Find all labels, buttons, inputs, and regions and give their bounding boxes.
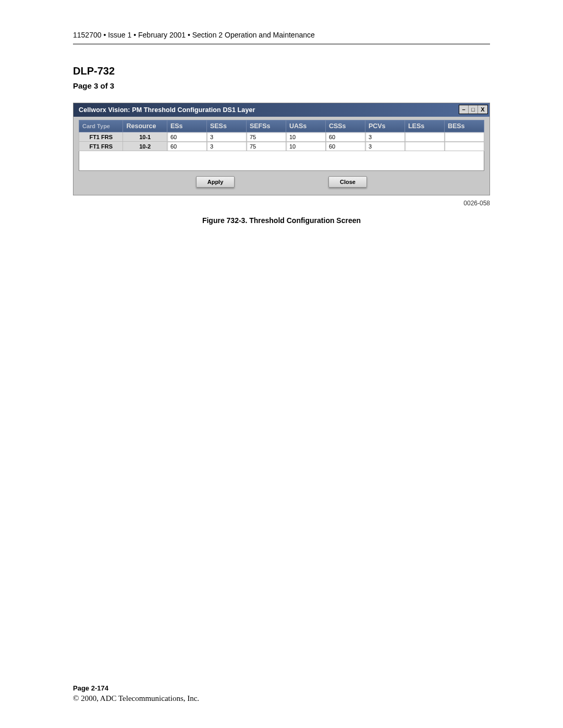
col-csss: CSSs [325, 120, 365, 132]
page-number: Page 2-174 [73, 684, 199, 692]
col-less: LESs [405, 120, 444, 132]
col-uass: UASs [286, 120, 325, 132]
app-window: Cellworx Vision: PM Threshold Configurat… [73, 103, 490, 195]
cell-bess[interactable] [444, 142, 484, 151]
figure-reference: 0026-058 [0, 195, 563, 207]
page-footer: Page 2-174 © 2000, ADC Telecommunication… [73, 684, 199, 703]
cell-less[interactable] [405, 142, 444, 151]
cell-sefss[interactable]: 75 [246, 132, 286, 142]
cell-csss[interactable]: 60 [325, 132, 365, 142]
col-sefss: SEFSs [246, 120, 286, 132]
table-header-row: Card Type Resource ESs SESs SEFSs UASs C… [79, 120, 484, 132]
minimize-button[interactable]: – [459, 105, 469, 114]
col-card-type: Card Type [79, 120, 123, 132]
cell-sess[interactable]: 3 [206, 132, 246, 142]
col-resource: Resource [123, 120, 167, 132]
col-pcvs: PCVs [365, 120, 405, 132]
threshold-table: Card Type Resource ESs SESs SEFSs UASs C… [79, 120, 484, 151]
close-button[interactable]: Close [328, 176, 367, 188]
header-text: 1152700 • Issue 1 • February 2001 • Sect… [73, 31, 315, 39]
cell-bess[interactable] [444, 132, 484, 142]
apply-button[interactable]: Apply [196, 176, 235, 188]
button-row: Apply Close [79, 171, 484, 188]
page-indicator: Page 3 of 3 [73, 81, 490, 90]
window-titlebar: Cellworx Vision: PM Threshold Configurat… [74, 103, 489, 117]
col-bess: BESs [444, 120, 484, 132]
window-controls: – □ X [459, 105, 488, 114]
table-empty-area [79, 151, 484, 171]
cell-pcvs[interactable]: 3 [365, 132, 405, 142]
close-window-button[interactable]: X [478, 105, 487, 114]
window-body: Card Type Resource ESs SESs SEFSs UASs C… [74, 117, 489, 195]
col-ess: ESs [167, 120, 206, 132]
window-title: Cellworx Vision: PM Threshold Configurat… [79, 106, 255, 114]
cell-uass[interactable]: 10 [286, 142, 325, 151]
cell-sess[interactable]: 3 [206, 142, 246, 151]
cell-card-type: FT1 FRS [79, 142, 123, 151]
cell-less[interactable] [405, 132, 444, 142]
cell-resource: 10-1 [123, 132, 167, 142]
cell-csss[interactable]: 60 [325, 142, 365, 151]
copyright-text: © 2000, ADC Telecommunications, Inc. [73, 694, 199, 703]
cell-sefss[interactable]: 75 [246, 142, 286, 151]
cell-card-type: FT1 FRS [79, 132, 123, 142]
cell-pcvs[interactable]: 3 [365, 142, 405, 151]
cell-ess[interactable]: 60 [167, 142, 206, 151]
maximize-button[interactable]: □ [469, 105, 478, 114]
table-row: FT1 FRS 10-1 60 3 75 10 60 3 [79, 132, 484, 142]
table-row: FT1 FRS 10-2 60 3 75 10 60 3 [79, 142, 484, 151]
document-title: DLP-732 [73, 65, 490, 77]
cell-ess[interactable]: 60 [167, 132, 206, 142]
cell-uass[interactable]: 10 [286, 132, 325, 142]
cell-resource: 10-2 [123, 142, 167, 151]
col-sess: SESs [206, 120, 246, 132]
page-header: 1152700 • Issue 1 • February 2001 • Sect… [73, 0, 490, 44]
figure-caption: Figure 732-3. Threshold Configuration Sc… [0, 216, 563, 225]
